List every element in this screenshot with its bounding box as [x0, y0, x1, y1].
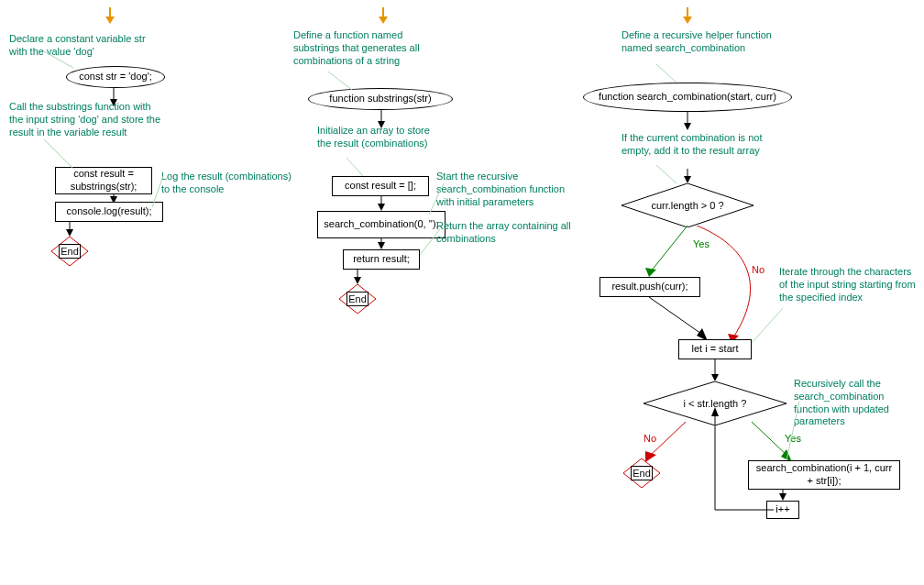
- arrow: [682, 169, 693, 185]
- node-func-search-label: function search_combination(start, curr): [599, 91, 776, 104]
- svg-line-26: [420, 229, 440, 255]
- node-const-str-label: const str = 'dog';: [79, 71, 152, 83]
- svg-line-49: [786, 402, 799, 460]
- arrow: [710, 359, 720, 383]
- decision-curr-length-label: curr.length > 0 ?: [651, 200, 723, 211]
- svg-line-10: [44, 139, 73, 169]
- annot-define-fn: Define a function named substrings that …: [293, 29, 440, 67]
- svg-marker-44: [779, 493, 786, 501]
- node-return-label: return result;: [353, 253, 410, 266]
- annot-init: Initialize an array to store the result …: [317, 125, 446, 150]
- start-arrow: [678, 7, 697, 26]
- end-col2-label: End: [346, 292, 368, 306]
- node-leti-label: let i = start: [691, 343, 738, 356]
- svg-line-11: [152, 176, 163, 207]
- decision-curr-length: curr.length > 0 ?: [622, 183, 754, 227]
- node-func-substrings-label: function substrings(str): [329, 93, 431, 105]
- no-label-1: No: [752, 264, 764, 275]
- annot-line: [152, 176, 165, 209]
- svg-marker-1: [105, 17, 115, 24]
- svg-line-25: [429, 183, 444, 215]
- annot-line: [328, 72, 356, 92]
- annot-recurse: Recursively call the search_combination …: [794, 378, 922, 428]
- annot-call: Call the substrings function with the in…: [9, 101, 165, 138]
- no-label-2: No: [644, 433, 656, 444]
- annot-log: Log the result (combinations) to the con…: [161, 171, 299, 196]
- annot-declare: Declare a constant variable str with the…: [9, 33, 156, 59]
- annot-return: Return the array containing all combinat…: [436, 220, 583, 246]
- node-push-label: result.push(curr);: [611, 281, 688, 293]
- svg-line-24: [346, 158, 363, 176]
- annot-line: [346, 158, 365, 178]
- annot-ifcurr: If the current combination is not empty,…: [622, 132, 777, 158]
- svg-marker-19: [378, 242, 385, 249]
- end-col3-label: End: [631, 466, 653, 480]
- annot-line: [44, 139, 81, 171]
- annot-define-helper: Define a recursive helper function named…: [622, 29, 777, 55]
- svg-marker-33: [684, 176, 691, 183]
- end-col1: End: [51, 237, 88, 266]
- svg-marker-38: [711, 374, 719, 381]
- annot-line: [420, 229, 442, 257]
- annot-line: [429, 183, 446, 216]
- start-arrow: [374, 7, 392, 26]
- svg-marker-21: [354, 277, 361, 284]
- svg-marker-30: [684, 123, 691, 130]
- node-result: const result = substrings(str);: [55, 167, 152, 194]
- svg-marker-7: [66, 229, 73, 237]
- arrow: [682, 112, 693, 132]
- svg-marker-34: [645, 268, 656, 277]
- annot-line: [752, 308, 785, 345]
- annot-start: Start the recursive search_combination f…: [436, 171, 574, 208]
- node-const-str: const str = 'dog';: [66, 66, 165, 88]
- svg-marker-13: [379, 17, 388, 24]
- annot-line: [786, 402, 801, 462]
- node-result-label: const result = substrings(str);: [61, 168, 146, 193]
- node-log: console.log(result);: [55, 202, 163, 222]
- svg-line-9: [44, 51, 73, 68]
- node-leti: let i = start: [678, 339, 752, 359]
- annot-line: [44, 51, 81, 70]
- svg-line-48: [752, 308, 783, 343]
- end-col1-label: End: [59, 244, 81, 259]
- end-col3: End: [623, 458, 660, 488]
- node-func-search: function search_combination(start, curr): [583, 83, 792, 112]
- arrow: [649, 297, 722, 343]
- node-log-label: console.log(result);: [67, 205, 152, 218]
- loopback-arrow: [697, 403, 779, 523]
- annot-line: [656, 165, 678, 185]
- node-init-label: const result = [];: [345, 180, 416, 193]
- svg-marker-17: [378, 204, 385, 211]
- end-col2: End: [339, 284, 376, 314]
- annot-iterate: Iterate through the characters of the in…: [779, 266, 917, 304]
- svg-line-23: [328, 72, 352, 90]
- svg-marker-28: [683, 17, 692, 24]
- svg-marker-45: [711, 407, 719, 416]
- svg-line-47: [656, 165, 676, 183]
- start-arrow: [101, 7, 119, 26]
- node-return: return result;: [343, 249, 420, 270]
- node-push: result.push(curr);: [600, 277, 700, 297]
- svg-line-46: [656, 64, 676, 83]
- node-init: const result = [];: [332, 176, 429, 196]
- annot-line: [656, 64, 678, 84]
